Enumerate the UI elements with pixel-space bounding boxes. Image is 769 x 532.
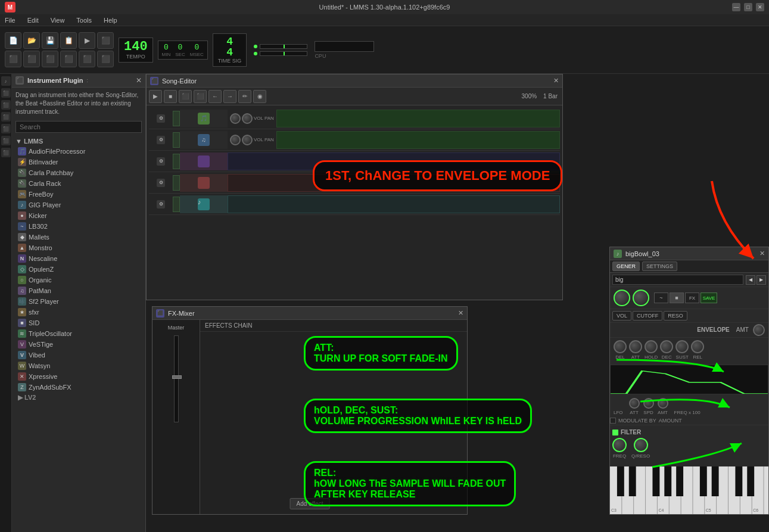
bigbowl-dec-knob[interactable] (660, 340, 673, 353)
sidebar-icon-4[interactable]: ⬛ (1, 112, 11, 122)
bigbowl-lfo-spd-knob[interactable] (643, 398, 654, 409)
track-vol-knob[interactable] (230, 113, 241, 124)
beat-bassline-button[interactable]: ⬛ (23, 51, 40, 67)
add-effect-button[interactable]: Add effect (290, 498, 330, 509)
lv2-tree-label[interactable]: ▶ LV2 (15, 393, 142, 403)
track2-gear-icon[interactable]: ⚙ (157, 136, 165, 144)
piano-roll-button[interactable]: ⬛ (42, 51, 58, 67)
bigbowl-filter-freq-knob[interactable] (612, 438, 627, 452)
se-stop-button[interactable]: ■ (164, 90, 177, 103)
close-button[interactable]: ✕ (756, 3, 764, 11)
bigbowl-filter-toggle[interactable] (612, 430, 618, 435)
sidebar-icon-5[interactable]: ⬛ (1, 124, 11, 133)
instrument-item-freeboy[interactable]: 🎮 FreeBoy (15, 189, 142, 200)
instrument-item-watsyn[interactable]: W Watsyn (15, 360, 142, 371)
sidebar-icon-6[interactable]: ⬛ (1, 136, 11, 145)
import-button[interactable]: ⬛ (97, 32, 114, 49)
track-gear-icon[interactable]: ⚙ (157, 114, 165, 123)
bigbowl-tab-settings[interactable]: SETTINGS (642, 262, 677, 271)
instrument-item-carlarack[interactable]: 🔌 Carla Rack (15, 178, 142, 189)
bigbowl-save-tab-icon[interactable]: SAVE (700, 293, 717, 303)
se-record-button[interactable]: ⬛ (179, 90, 192, 103)
instrument-search-input[interactable] (15, 121, 142, 133)
track3-mute-button[interactable] (173, 154, 180, 169)
track5-mute-button[interactable] (173, 197, 180, 212)
instrument-item-zynaddsubfx[interactable]: Z ZynAddSubFX (15, 382, 142, 393)
bigbowl-range-tab-icon[interactable]: ■ (670, 293, 684, 303)
song-editor-close[interactable]: ✕ (553, 77, 559, 85)
bigbowl-del-knob[interactable] (614, 340, 627, 353)
save-project-button[interactable]: 💾 (42, 32, 58, 49)
bigbowl-rel-knob[interactable] (691, 340, 704, 353)
track-pattern-3[interactable] (228, 153, 560, 170)
bigbowl-close[interactable]: ✕ (759, 250, 765, 257)
sidebar-icon-7[interactable]: ⬛ (1, 148, 11, 157)
time-signature-section[interactable]: 4 4 TIME SIG (213, 33, 247, 67)
instrument-item-nescaline[interactable]: N Nescaline (15, 253, 142, 264)
se-draw-mode[interactable]: ✏ (238, 90, 251, 103)
bigbowl-att-knob[interactable] (629, 340, 642, 353)
se-add-bb-track[interactable]: ← (208, 90, 222, 103)
fx-master-fader[interactable] (172, 375, 182, 379)
track-pattern-1[interactable] (276, 110, 560, 127)
se-record-while-playing[interactable]: ⬛ (194, 90, 207, 103)
bigbowl-name-input[interactable] (612, 275, 743, 285)
track-pan-knob[interactable] (242, 113, 253, 124)
sidebar-icon-2[interactable]: ⬛ (1, 88, 11, 98)
track-pattern-5[interactable] (228, 195, 560, 213)
track3-gear-icon[interactable]: ⚙ (157, 157, 165, 166)
bigbowl-vol-knob[interactable] (614, 290, 630, 306)
instrument-item-patman[interactable]: ♫ PatMan (15, 285, 142, 296)
instrument-item-carlapatchbay[interactable]: 🔌 Carla Patchbay (15, 167, 142, 178)
tempo-section[interactable]: 140 TEMPO (119, 38, 153, 63)
new-project-button[interactable]: 📄 (5, 32, 21, 49)
se-erase-mode[interactable]: ◉ (253, 90, 266, 103)
track2-vol-knob[interactable] (230, 135, 241, 145)
bigbowl-modulate-checkbox[interactable] (610, 418, 616, 424)
menu-help[interactable]: Help (101, 16, 120, 24)
bigbowl-vol-envlfo-tab[interactable]: VOL (612, 311, 631, 321)
bigbowl-fx-tab-icon[interactable]: FX (685, 293, 699, 303)
save-as-button[interactable]: 📋 (60, 32, 77, 49)
se-add-sample[interactable]: → (223, 90, 236, 103)
bigbowl-filter-qreso-knob[interactable] (634, 438, 648, 452)
fx-mixer-close[interactable]: ✕ (458, 309, 463, 317)
bigbowl-lfo-att-knob[interactable] (629, 398, 640, 409)
sidebar-icon-1[interactable]: ♪ (1, 76, 11, 86)
instrument-item-monstro[interactable]: ▲ Monstro (15, 242, 142, 253)
controller-button[interactable]: ⬛ (97, 51, 114, 67)
menu-file[interactable]: File (2, 16, 18, 24)
maximize-button[interactable]: □ (744, 3, 752, 11)
instrument-item-kicker[interactable]: ● Kicker (15, 210, 142, 221)
bigbowl-sust-knob[interactable] (675, 340, 689, 353)
track-pattern-4[interactable] (228, 174, 560, 192)
instrument-item-sf2player[interactable]: 🎼 Sf2 Player (15, 296, 142, 307)
instrument-item-sid[interactable]: ■ SID (15, 318, 142, 328)
bigbowl-env-tab-icon[interactable]: ~ (654, 293, 668, 303)
instrument-item-lb302[interactable]: ~ LB302 (15, 221, 142, 232)
track-mute-button[interactable] (173, 111, 180, 126)
instrument-panel-close[interactable]: ✕ (136, 76, 142, 85)
bigbowl-next-button[interactable]: ▶ (756, 275, 766, 285)
bigbowl-cutoff-envlfo-tab[interactable]: CUTOFF (633, 311, 662, 321)
sidebar-icon-3[interactable]: ⬛ (1, 100, 11, 110)
bigbowl-lfo-amt-knob[interactable] (658, 398, 668, 409)
track2-mute-button[interactable] (173, 132, 180, 148)
instrument-item-vibed[interactable]: V Vibed (15, 350, 142, 360)
instrument-item-xpressive[interactable]: ✕ Xpressive (15, 371, 142, 382)
track4-mute-button[interactable] (173, 175, 180, 191)
bigbowl-cutoff-knob[interactable] (633, 290, 649, 306)
instrument-item-gigplayer[interactable]: ♪ GIG Player (15, 200, 142, 210)
se-play-button[interactable]: ▶ (149, 90, 162, 103)
bigbowl-reso-envlfo-tab[interactable]: RESO (664, 311, 687, 321)
track2-pan-knob[interactable] (242, 135, 253, 145)
fx-mixer-button[interactable]: ⬛ (60, 51, 77, 67)
track4-gear-icon[interactable]: ⚙ (157, 179, 165, 187)
instrument-tree-lmms[interactable]: ▼ LMMS (15, 136, 142, 146)
menu-view[interactable]: View (48, 16, 67, 24)
track-pattern-2[interactable] (276, 131, 560, 149)
track5-gear-icon[interactable]: ⚙ (157, 200, 165, 209)
bigbowl-prev-button[interactable]: ◀ (746, 275, 755, 285)
bigbowl-tab-general[interactable]: GENER (612, 262, 640, 271)
menu-edit[interactable]: Edit (25, 16, 41, 24)
